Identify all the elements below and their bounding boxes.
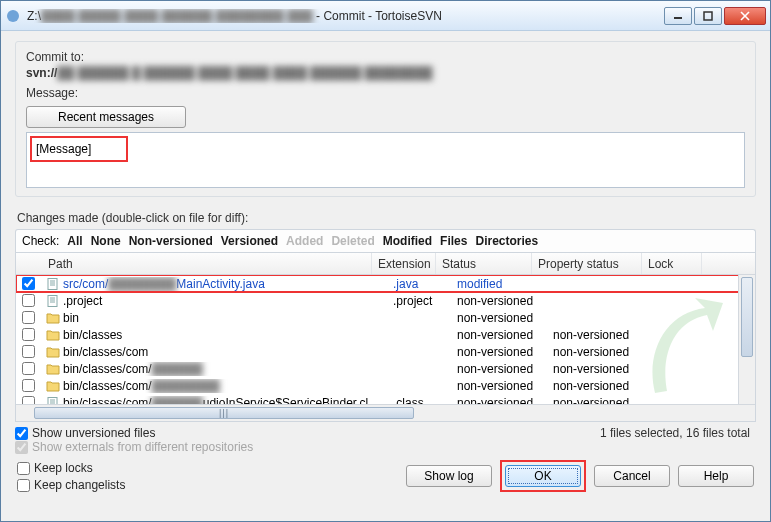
ok-button[interactable]: OK xyxy=(505,465,581,487)
app-icon xyxy=(5,8,21,24)
row-status: non-versioned xyxy=(451,345,547,359)
row-extension: .project xyxy=(387,294,451,308)
row-status: non-versioned xyxy=(451,328,547,342)
row-checkbox[interactable] xyxy=(22,277,35,290)
row-path: bin/classes/com/██████udioInService$Serv… xyxy=(39,396,387,405)
filter-versioned[interactable]: Versioned xyxy=(221,234,278,248)
col-path[interactable]: Path xyxy=(42,253,372,274)
row-status: modified xyxy=(451,277,547,291)
help-button[interactable]: Help xyxy=(678,465,754,487)
row-status: non-versioned xyxy=(451,379,547,393)
maximize-button[interactable] xyxy=(694,7,722,25)
filter-bar: Check: All None Non-versioned Versioned … xyxy=(15,229,756,252)
changes-list[interactable]: Path Extension Status Property status Lo… xyxy=(15,252,756,422)
row-checkbox[interactable] xyxy=(22,311,35,324)
table-row[interactable]: binnon-versioned xyxy=(16,309,755,326)
file-icon xyxy=(45,294,61,308)
row-property-status: non-versioned xyxy=(547,328,657,342)
svg-rect-9 xyxy=(48,295,57,306)
minimize-button[interactable] xyxy=(664,7,692,25)
col-status[interactable]: Status xyxy=(436,253,532,274)
commit-message-field[interactable]: [Message] xyxy=(26,132,745,188)
table-row[interactable]: bin/classesnon-versionednon-versioned xyxy=(16,326,755,343)
row-property-status: non-versioned xyxy=(547,396,657,405)
filter-modified[interactable]: Modified xyxy=(383,234,432,248)
close-button[interactable] xyxy=(724,7,766,25)
row-path: bin xyxy=(39,311,387,325)
row-property-status: non-versioned xyxy=(547,379,657,393)
row-path: bin/classes xyxy=(39,328,387,342)
folder-icon xyxy=(45,311,61,325)
file-icon xyxy=(45,277,61,291)
folder-icon xyxy=(45,345,61,359)
row-path: bin/classes/com/████████ xyxy=(39,379,387,393)
row-status: non-versioned xyxy=(451,396,547,405)
col-property-status[interactable]: Property status xyxy=(532,253,642,274)
filter-nonversioned[interactable]: Non-versioned xyxy=(129,234,213,248)
folder-icon xyxy=(45,328,61,342)
check-label: Check: xyxy=(22,234,59,248)
row-checkbox[interactable] xyxy=(22,345,35,358)
table-row[interactable]: bin/classes/com/██████non-versionednon-v… xyxy=(16,360,755,377)
folder-icon xyxy=(45,362,61,376)
row-checkbox[interactable] xyxy=(22,328,35,341)
row-path: bin/classes/com/██████ xyxy=(39,362,387,376)
keep-changelists-checkbox[interactable]: Keep changelists xyxy=(17,478,125,492)
filter-directories[interactable]: Directories xyxy=(475,234,538,248)
keep-locks-checkbox[interactable]: Keep locks xyxy=(17,461,125,475)
horizontal-scrollbar[interactable]: ||| xyxy=(16,404,755,421)
row-checkbox[interactable] xyxy=(22,396,35,404)
row-extension: .java xyxy=(387,277,451,291)
filter-added[interactable]: Added xyxy=(286,234,323,248)
commit-dialog: Z:\████ █████ ████ ██████ ████████ ███ -… xyxy=(0,0,771,522)
row-status: non-versioned xyxy=(451,362,547,376)
row-path: src/com/████████MainActivity.java xyxy=(39,277,387,291)
table-row[interactable]: bin/classes/comnon-versionednon-versione… xyxy=(16,343,755,360)
recent-messages-button[interactable]: Recent messages xyxy=(26,106,186,128)
table-row[interactable]: bin/classes/com/████████non-versionednon… xyxy=(16,377,755,394)
filter-files[interactable]: Files xyxy=(440,234,467,248)
folder-icon xyxy=(45,379,61,393)
message-label: Message: xyxy=(26,86,745,100)
commit-target-group: Commit to: svn://██ ██████ █ ██████ ████… xyxy=(15,41,756,197)
window-title: Z:\████ █████ ████ ██████ ████████ ███ -… xyxy=(27,9,662,23)
svg-rect-13 xyxy=(48,397,57,404)
filter-none[interactable]: None xyxy=(91,234,121,248)
changes-label: Changes made (double-click on file for d… xyxy=(17,211,756,225)
commit-url: svn://██ ██████ █ ██████ ████ ████ ████ … xyxy=(26,66,745,80)
row-path: .project xyxy=(39,294,387,308)
filter-deleted[interactable]: Deleted xyxy=(331,234,374,248)
show-log-button[interactable]: Show log xyxy=(406,465,492,487)
row-status: non-versioned xyxy=(451,294,547,308)
row-extension: .class xyxy=(387,396,451,405)
svg-rect-5 xyxy=(48,278,57,289)
col-lock[interactable]: Lock xyxy=(642,253,702,274)
filter-all[interactable]: All xyxy=(67,234,82,248)
table-row[interactable]: src/com/████████MainActivity.java.javamo… xyxy=(16,275,755,292)
commit-to-label: Commit to: xyxy=(26,50,745,64)
row-property-status: non-versioned xyxy=(547,362,657,376)
table-row[interactable]: .project.projectnon-versioned xyxy=(16,292,755,309)
table-row[interactable]: bin/classes/com/██████udioInService$Serv… xyxy=(16,394,755,404)
show-externals-checkbox: Show externals from different repositori… xyxy=(15,440,253,454)
row-checkbox[interactable] xyxy=(22,294,35,307)
vertical-scrollbar[interactable] xyxy=(738,275,755,404)
column-headers[interactable]: Path Extension Status Property status Lo… xyxy=(16,253,755,275)
row-checkbox[interactable] xyxy=(22,362,35,375)
row-path: bin/classes/com xyxy=(39,345,387,359)
col-extension[interactable]: Extension xyxy=(372,253,436,274)
selection-status: 1 files selected, 16 files total xyxy=(600,426,756,440)
show-unversioned-checkbox[interactable]: Show unversioned files xyxy=(15,426,253,440)
row-checkbox[interactable] xyxy=(22,379,35,392)
svg-rect-2 xyxy=(704,12,712,20)
titlebar[interactable]: Z:\████ █████ ████ ██████ ████████ ███ -… xyxy=(1,1,770,31)
cancel-button[interactable]: Cancel xyxy=(594,465,670,487)
commit-message-text[interactable]: [Message] xyxy=(30,136,128,162)
file-icon xyxy=(45,396,61,405)
svg-point-0 xyxy=(7,10,19,22)
row-property-status: non-versioned xyxy=(547,345,657,359)
row-status: non-versioned xyxy=(451,311,547,325)
